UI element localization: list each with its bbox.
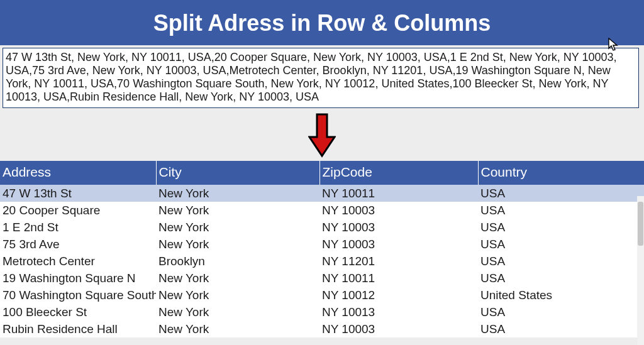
result-table: Address City ZipCode Country 47 W 13th S… xyxy=(0,161,644,337)
table-row[interactable]: 1 E 2nd StNew YorkNY 10003USA xyxy=(0,219,644,236)
cell-country[interactable]: USA xyxy=(478,320,644,337)
table-header-row[interactable]: Address City ZipCode Country xyxy=(0,161,644,185)
cell-country[interactable]: USA xyxy=(478,236,644,253)
cell-address[interactable]: 70 Washington Square South xyxy=(0,287,156,304)
cell-country[interactable]: USA xyxy=(478,253,644,270)
raw-address-text[interactable]: 47 W 13th St, New York, NY 10011, USA,20… xyxy=(3,48,639,108)
cell-city[interactable]: New York xyxy=(156,236,319,253)
cell-country[interactable]: United States xyxy=(478,287,644,304)
scrollbar-track xyxy=(637,196,644,345)
page-title: Split Adress in Row & Columns xyxy=(0,10,644,36)
cell-city[interactable]: New York xyxy=(156,202,319,219)
cell-zip[interactable]: NY 10003 xyxy=(319,202,478,219)
cell-address[interactable]: 19 Washington Square N xyxy=(0,270,156,287)
cell-country[interactable]: USA xyxy=(478,304,644,320)
cell-zip[interactable]: NY 10011 xyxy=(319,270,478,287)
col-header-city[interactable]: City xyxy=(156,161,319,185)
cell-city[interactable]: New York xyxy=(156,287,319,304)
cell-zip[interactable]: NY 11201 xyxy=(319,253,478,270)
cell-country[interactable]: USA xyxy=(478,270,644,287)
cell-address[interactable]: Rubin Residence Hall xyxy=(0,320,156,337)
cell-city[interactable]: Brooklyn xyxy=(156,253,319,270)
cell-country[interactable]: USA xyxy=(478,185,644,202)
cell-zip[interactable]: NY 10013 xyxy=(319,304,478,320)
table-row[interactable]: 70 Washington Square SouthNew YorkNY 100… xyxy=(0,287,644,304)
col-header-country[interactable]: Country xyxy=(478,161,644,185)
cell-zip[interactable]: NY 10012 xyxy=(319,287,478,304)
cell-zip[interactable]: NY 10003 xyxy=(319,320,478,337)
col-header-zip[interactable]: ZipCode xyxy=(319,161,478,185)
table-row[interactable]: Rubin Residence HallNew YorkNY 10003USA xyxy=(0,320,644,337)
scrollbar-thumb[interactable] xyxy=(638,202,643,246)
table-row[interactable]: 20 Cooper SquareNew YorkNY 10003USA xyxy=(0,202,644,219)
table-row[interactable]: 47 W 13th StNew YorkNY 10011USA xyxy=(0,185,644,202)
cell-address[interactable]: 47 W 13th St xyxy=(0,185,156,202)
cell-city[interactable]: New York xyxy=(156,270,319,287)
title-bar: Split Adress in Row & Columns xyxy=(0,0,644,45)
cell-address[interactable]: 20 Cooper Square xyxy=(0,202,156,219)
col-header-address[interactable]: Address xyxy=(0,161,156,185)
cell-country[interactable]: USA xyxy=(478,202,644,219)
cell-zip[interactable]: NY 10003 xyxy=(319,236,478,253)
cell-address[interactable]: Metrotech Center xyxy=(0,253,156,270)
cell-zip[interactable]: NY 10003 xyxy=(319,219,478,236)
table-row[interactable]: 19 Washington Square NNew YorkNY 10011US… xyxy=(0,270,644,287)
cell-city[interactable]: New York xyxy=(156,320,319,337)
cell-address[interactable]: 1 E 2nd St xyxy=(0,219,156,236)
table-row[interactable]: 75 3rd AveNew YorkNY 10003USA xyxy=(0,236,644,253)
cell-address[interactable]: 75 3rd Ave xyxy=(0,236,156,253)
cell-zip[interactable]: NY 10011 xyxy=(319,185,478,202)
cell-city[interactable]: New York xyxy=(156,219,319,236)
arrow-down-icon xyxy=(0,108,644,161)
table-row[interactable]: Metrotech CenterBrooklynNY 11201USA xyxy=(0,253,644,270)
cell-country[interactable]: USA xyxy=(478,219,644,236)
table-body: 47 W 13th StNew YorkNY 10011USA20 Cooper… xyxy=(0,185,644,337)
cell-city[interactable]: New York xyxy=(156,304,319,320)
cell-city[interactable]: New York xyxy=(156,185,319,202)
cell-address[interactable]: 100 Bleecker St xyxy=(0,304,156,320)
table-row[interactable]: 100 Bleecker StNew YorkNY 10013USA xyxy=(0,304,644,320)
